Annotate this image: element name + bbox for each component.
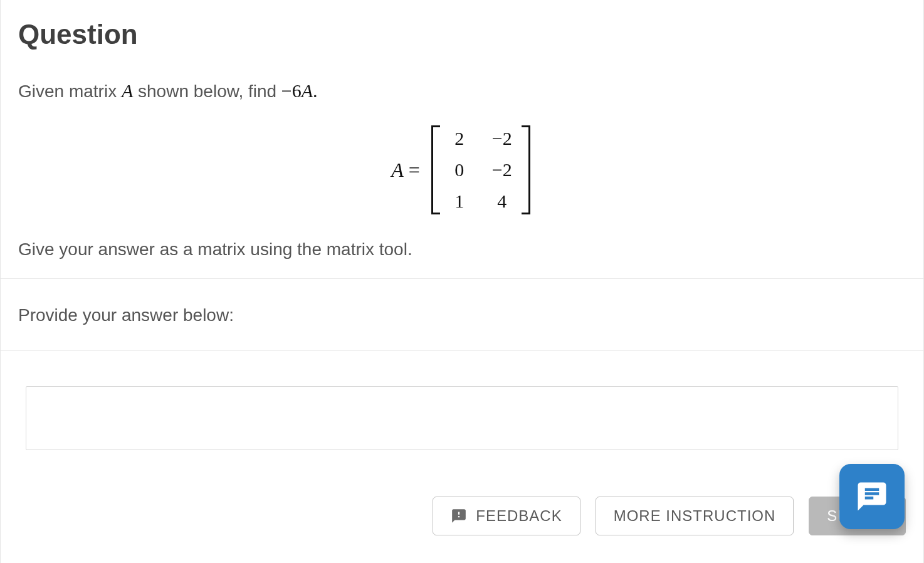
matrix-equation: A = 2 −2 0 −2 1 4 (18, 125, 906, 214)
question-page: Question Given matrix A shown below, fin… (0, 0, 924, 563)
provide-label: Provide your answer below: (18, 279, 906, 350)
divider (1, 350, 923, 351)
question-prompt: Given matrix A shown below, find −6A. (18, 78, 906, 104)
answer-input[interactable] (26, 386, 898, 450)
matrix-cell: 0 (449, 159, 470, 181)
prompt-mid: shown below, find (133, 82, 281, 101)
prompt-suffix: . (313, 80, 318, 101)
more-instruction-button[interactable]: MORE INSTRUCTION (596, 497, 794, 535)
action-buttons: FEEDBACK MORE INSTRUCTION SUBMIT (433, 497, 906, 535)
chat-button[interactable] (839, 464, 905, 529)
prompt-expr-num: 6 (292, 80, 302, 101)
feedback-button[interactable]: FEEDBACK (433, 497, 580, 535)
prompt-expr-minus: − (281, 80, 292, 101)
feedback-label: FEEDBACK (476, 507, 562, 525)
matrix-cell: 2 (449, 128, 470, 149)
matrix-cell: 1 (449, 191, 470, 212)
prompt-expr-var: A (302, 80, 313, 101)
chat-icon (855, 480, 889, 513)
prompt-pre: Given matrix (18, 82, 122, 101)
matrix-body: 2 −2 0 −2 1 4 (429, 125, 533, 214)
matrix-label-eq: = (404, 159, 420, 181)
question-hint: Give your answer as a matrix using the m… (18, 239, 906, 260)
prompt-var-a: A (122, 80, 133, 101)
matrix-grid: 2 −2 0 −2 1 4 (440, 125, 522, 214)
more-instruction-label: MORE INSTRUCTION (614, 507, 776, 525)
bracket-left (429, 125, 440, 214)
matrix-label: A = (391, 159, 420, 182)
matrix-cell: −2 (491, 159, 513, 181)
question-heading: Question (18, 19, 906, 50)
matrix-cell: −2 (491, 128, 513, 149)
bracket-right (522, 125, 533, 214)
matrix-label-var: A (391, 159, 404, 181)
matrix-cell: 4 (491, 191, 513, 212)
feedback-icon (451, 508, 467, 524)
